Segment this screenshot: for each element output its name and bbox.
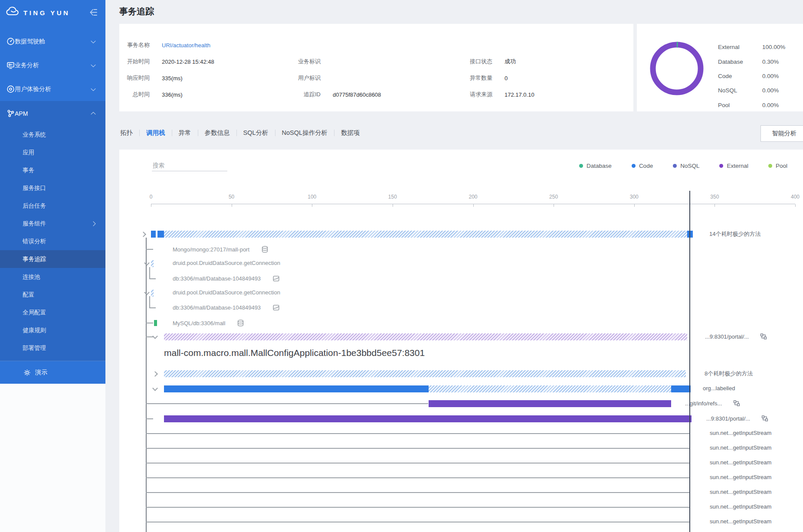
tab-1[interactable]: 调用栈 bbox=[146, 129, 165, 137]
legend-label: External bbox=[727, 163, 748, 169]
tree-branch-dash bbox=[146, 418, 153, 419]
trace-row-label[interactable]: druid.pool.DruidDataSource.getConnection bbox=[173, 289, 280, 296]
sidebar-item-0[interactable]: 数据驾驶舱 bbox=[0, 29, 105, 53]
sql-record-icon[interactable] bbox=[272, 275, 280, 282]
summary-field: 异常数量0 bbox=[469, 70, 534, 86]
trace-row-annotation[interactable]: sun.net...getInputStream bbox=[710, 518, 771, 525]
collapse-chevron-icon[interactable] bbox=[144, 290, 150, 295]
trace-row-annotation[interactable]: sun.net...getInputStream bbox=[710, 489, 771, 495]
apm-subitem-7[interactable]: 事务追踪 bbox=[0, 250, 105, 268]
trace-row-label[interactable]: db:3306/mall/Database-104849493 bbox=[173, 275, 280, 282]
breakdown-metric-value: 0.00% bbox=[762, 102, 779, 108]
apm-subitem-9[interactable]: 配置 bbox=[0, 286, 105, 304]
apm-subitem-0[interactable]: 业务系统 bbox=[0, 126, 105, 144]
trace-row-annotation[interactable]: ...9:8301/portal/... bbox=[706, 415, 768, 422]
field-value[interactable]: URI/actuator/health bbox=[162, 42, 210, 49]
apm-subitem-4[interactable]: 后台任务 bbox=[0, 197, 105, 215]
apm-subitem-2[interactable]: 事务 bbox=[0, 161, 105, 179]
trace-legend-item[interactable]: External bbox=[719, 163, 748, 169]
trace-legend-item[interactable]: Code bbox=[632, 163, 653, 169]
field-label: 开始时间 bbox=[126, 58, 150, 65]
trace-bar-hatched-code-blue[interactable] bbox=[164, 370, 686, 377]
row-connector-line bbox=[146, 507, 690, 508]
trace-row-label[interactable]: Mongo/mongo:27017/mall-port bbox=[173, 245, 269, 253]
tab-separator bbox=[275, 130, 275, 136]
trace-bar-hatched-code-blue[interactable] bbox=[151, 260, 154, 267]
sidebar-item-1[interactable]: 业务分析 bbox=[0, 53, 105, 77]
breakdown-metric-name: Database bbox=[718, 59, 762, 65]
row-connector-line bbox=[146, 403, 428, 404]
sidebar-item-demo[interactable]: 演示 bbox=[0, 361, 105, 384]
trace-row-annotation[interactable]: 14个耗时极少的方法 bbox=[709, 230, 760, 238]
breakdown-legend-row: Code0.00% bbox=[718, 69, 785, 83]
annotation-text: sun.net...getInputStream bbox=[710, 430, 771, 436]
topology-icon[interactable] bbox=[760, 333, 767, 340]
annotation-text: sun.net...getInputStream bbox=[710, 459, 771, 466]
apm-subitem-10[interactable]: 全局配置 bbox=[0, 304, 105, 321]
trace-row-label[interactable]: db:3306/mall/Database-104849493 bbox=[173, 304, 280, 311]
trace-legend-item[interactable]: NoSQL bbox=[673, 163, 699, 169]
trace-row-annotation[interactable]: sun.net...getInputStream bbox=[710, 503, 771, 510]
apm-subitem-5[interactable]: 服务组件 bbox=[0, 215, 105, 232]
trace-row-annotation[interactable]: org...labelled bbox=[703, 385, 735, 392]
trace-row-annotation[interactable]: sun.net...getInputStream bbox=[710, 459, 771, 466]
trace-row-label[interactable]: druid.pool.DruidDataSource.getConnection bbox=[173, 260, 280, 266]
collapse-chevron-icon[interactable] bbox=[152, 385, 158, 391]
chevron-down-icon bbox=[91, 62, 95, 67]
search-input[interactable] bbox=[152, 160, 227, 171]
tab-5[interactable]: NoSQL操作分析 bbox=[282, 129, 328, 137]
trace-bar-solid-code-blue[interactable] bbox=[164, 385, 429, 392]
field-label: 响应时间 bbox=[126, 74, 150, 82]
trace-row-annotation[interactable]: ...9:8301/portal/... bbox=[705, 333, 767, 340]
apm-subitem-12[interactable]: 部署管理 bbox=[0, 339, 105, 357]
sidebar-item-label: APM bbox=[15, 110, 28, 117]
trace-bar-solid-external-purple[interactable] bbox=[429, 400, 671, 407]
logo-row: TING YUN bbox=[0, 0, 105, 27]
database-icon[interactable] bbox=[237, 319, 244, 327]
apm-subitem-8[interactable]: 连接池 bbox=[0, 268, 105, 286]
trace-bar-hatched-code-blue[interactable] bbox=[151, 290, 154, 297]
trace-row-annotation[interactable]: 8个耗时极少的方法 bbox=[705, 370, 753, 378]
apm-subitem-6[interactable]: 错误分析 bbox=[0, 232, 105, 250]
expand-chevron-icon[interactable] bbox=[141, 232, 146, 237]
trace-row-label[interactable]: MySQL/db:3306/mall bbox=[173, 319, 244, 327]
trace-bar-solid-database-green[interactable] bbox=[154, 320, 157, 326]
trace-row-annotation[interactable]: sun.net...getInputStream bbox=[710, 444, 771, 451]
topology-icon[interactable] bbox=[733, 400, 740, 407]
topology-icon[interactable] bbox=[761, 415, 768, 422]
trace-legend-item[interactable]: Database bbox=[579, 163, 612, 169]
sidebar-item-2[interactable]: 用户体验分析 bbox=[0, 77, 105, 101]
tree-branch-dash bbox=[146, 323, 153, 323]
trace-bar-solid-external-purple[interactable] bbox=[164, 415, 692, 422]
apm-subitem-11[interactable]: 健康规则 bbox=[0, 321, 105, 339]
tab-4[interactable]: SQL分析 bbox=[243, 129, 269, 137]
trace-row-annotation[interactable]: sun.net...getInputStream bbox=[710, 430, 771, 436]
collapse-chevron-icon[interactable] bbox=[152, 333, 158, 339]
trace-bar-hatched-code-blue[interactable] bbox=[164, 231, 688, 238]
trace-bar-hatched-code-blue[interactable] bbox=[429, 385, 671, 392]
collapse-sidebar-icon[interactable] bbox=[88, 7, 98, 19]
tab-6[interactable]: 数据项 bbox=[341, 129, 360, 137]
apm-subitem-3[interactable]: 服务接口 bbox=[0, 179, 105, 197]
trace-bar-solid-code-blue[interactable] bbox=[157, 231, 164, 238]
sidebar-item-apm[interactable]: APM bbox=[0, 101, 105, 126]
tab-3[interactable]: 参数信息 bbox=[205, 129, 230, 137]
tab-2[interactable]: 异常 bbox=[179, 129, 191, 137]
smart-analysis-button[interactable]: 智能分析 bbox=[760, 125, 803, 142]
trace-bar-hatched-external-purple[interactable] bbox=[164, 333, 688, 340]
database-icon[interactable] bbox=[261, 245, 269, 253]
annotation-text: 14个耗时极少的方法 bbox=[709, 230, 760, 238]
apm-subitem-1[interactable]: 应用 bbox=[0, 144, 105, 161]
trace-row-annotation[interactable]: ...git/info/refs... bbox=[685, 400, 740, 407]
sql-record-icon[interactable] bbox=[272, 304, 280, 311]
trace-legend-item[interactable]: Pool bbox=[768, 163, 787, 169]
tab-0[interactable]: 拓扑 bbox=[120, 129, 133, 137]
brand-name: TING YUN bbox=[23, 9, 70, 16]
expand-chevron-icon[interactable] bbox=[152, 371, 158, 377]
collapse-chevron-icon[interactable] bbox=[144, 260, 150, 266]
sidebar-item-label: 数据驾驶舱 bbox=[15, 38, 45, 46]
trace-row-annotation[interactable]: sun.net...getInputStream bbox=[710, 474, 771, 480]
apm-subitem-label: 服务接口 bbox=[23, 184, 46, 192]
trace-bar-solid-code-blue[interactable] bbox=[151, 231, 156, 238]
trace-bar-solid-code-blue[interactable] bbox=[671, 385, 691, 392]
